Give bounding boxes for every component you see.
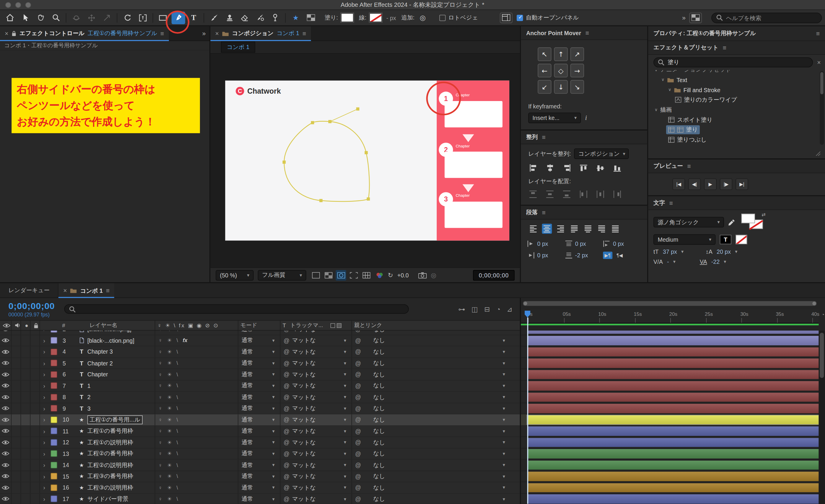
align-right-button[interactable] <box>562 163 572 173</box>
align-vcenter-button[interactable] <box>596 163 606 173</box>
space-before-value[interactable]: 0 px <box>575 240 586 247</box>
layer-solo-toggle[interactable] <box>21 471 30 482</box>
viewer-tab-comp1[interactable]: コンポ 1 <box>221 42 255 53</box>
transparency-grid-icon[interactable] <box>323 270 334 280</box>
layer-matte-dropdown[interactable]: @マットな▾ <box>280 426 351 437</box>
distribute-vert-bottom-button[interactable] <box>562 189 572 199</box>
layer-mode-dropdown[interactable]: 通常▾ <box>238 471 280 482</box>
toggle-switches-icon[interactable] <box>330 323 335 328</box>
font-size-value[interactable]: 37 px <box>663 248 677 255</box>
layer-lock-toggle[interactable] <box>30 335 40 346</box>
layer-switches[interactable]: ♀☀\ <box>155 358 200 369</box>
font-weight-dropdown[interactable]: Medium▾ <box>654 234 716 245</box>
tab-overflow-chevron[interactable]: » <box>202 30 205 37</box>
layer-color-label[interactable] <box>49 358 60 369</box>
preview-panel-header[interactable]: プレビュー≡ <box>648 159 825 173</box>
effects-tree-item[interactable]: ∨描画 <box>648 105 825 115</box>
anchor-move-button[interactable]: ↙ <box>538 80 551 94</box>
layer-matte-dropdown[interactable]: @マットな▾ <box>280 437 351 448</box>
layer-mode-dropdown[interactable]: 通常▾ <box>238 437 280 448</box>
layer-matte-dropdown[interactable]: @マットな▾ <box>280 392 351 403</box>
layer-lock-toggle[interactable] <box>30 448 40 459</box>
time-navigator[interactable] <box>523 301 816 306</box>
layer-audio-toggle[interactable] <box>11 392 21 403</box>
layer-audio-toggle[interactable] <box>11 426 21 437</box>
layer-name[interactable]: 3 <box>87 403 155 414</box>
comp-marker-icon[interactable]: ◔ <box>821 312 824 317</box>
kerning-value[interactable]: - <box>667 259 669 265</box>
layer-audio-toggle[interactable] <box>11 437 21 448</box>
fill-over-stroke-swatch[interactable]: T <box>720 235 731 244</box>
layer-switches[interactable]: ♀☀\ <box>155 392 200 403</box>
anchor-move-button[interactable]: ↓ <box>554 80 568 94</box>
current-timecode[interactable]: 0;00;00;00 <box>9 301 55 311</box>
display-toggle-icon[interactable] <box>310 270 321 280</box>
preview-next-frame-button[interactable]: |▶ <box>720 178 733 190</box>
layer-duration-bar[interactable] <box>521 380 825 391</box>
auto-open-checkbox[interactable] <box>517 14 523 21</box>
layer-row[interactable]: ›3[black-...ction.png]♀☀\fx通常▾@マットな▾@なし▾ <box>0 335 520 346</box>
layer-parent-dropdown[interactable]: @なし▾ <box>351 448 510 459</box>
layer-mode-dropdown[interactable]: 通常▾ <box>238 403 280 414</box>
tab-render-queue[interactable]: レンダーキュー <box>0 283 59 297</box>
align-left-button[interactable] <box>528 163 538 173</box>
zoom-dropdown[interactable]: (50 %)▾ <box>216 270 254 280</box>
layer-parent-dropdown[interactable]: @なし▾ <box>351 494 510 504</box>
layer-mode-dropdown[interactable]: 通常▾ <box>238 494 280 504</box>
layer-audio-toggle[interactable] <box>11 471 21 482</box>
layer-expand-arrow[interactable]: › <box>40 426 49 437</box>
indent-left-value[interactable]: 0 px <box>537 240 548 247</box>
layer-visibility-toggle[interactable] <box>0 482 11 493</box>
layer-matte-dropdown[interactable]: @マットな▾ <box>280 448 351 459</box>
stroke-width-value[interactable]: - px <box>386 14 396 21</box>
layer-duration-bar[interactable] <box>521 448 825 459</box>
layer-parent-dropdown[interactable]: @なし▾ <box>351 358 510 369</box>
layer-row[interactable]: ›6TChapter♀☀\通常▾@マットな▾@なし▾ <box>0 369 520 380</box>
layer-visibility-toggle[interactable] <box>0 471 11 482</box>
layer-matte-dropdown[interactable]: @マットな▾ <box>280 494 351 504</box>
layer-name[interactable]: [black-...tion.png] <box>87 331 155 335</box>
effects-tree-item[interactable]: ∨アニメーションプリセット <box>648 70 825 75</box>
timeline-search-input[interactable] <box>79 305 404 313</box>
panel-menu-icon[interactable]: ≡ <box>302 30 306 37</box>
panel-menu-icon[interactable]: ≡ <box>542 209 546 216</box>
layer-name-column-header[interactable]: レイヤー名 <box>87 320 155 330</box>
layer-matte-dropdown[interactable]: @マットな▾ <box>280 460 351 471</box>
layer-lock-toggle[interactable] <box>30 426 40 437</box>
show-snapshot-icon[interactable]: ◎ <box>431 272 436 279</box>
layer-visibility-toggle[interactable] <box>0 494 11 504</box>
layer-audio-toggle[interactable] <box>11 380 21 391</box>
layer-row[interactable]: ›12★工程①の説明用枠♀☀\通常▾@マットな▾@なし▾ <box>0 437 520 448</box>
fill-color-swatch[interactable] <box>341 13 354 22</box>
layer-solo-toggle[interactable] <box>21 380 30 391</box>
layer-visibility-toggle[interactable] <box>0 358 11 369</box>
layer-lock-toggle[interactable] <box>30 437 40 448</box>
layer-switches[interactable]: ♀☀\ <box>155 471 200 482</box>
layer-row[interactable]: ›8T2♀☀\通常▾@マットな▾@なし▾ <box>0 392 520 403</box>
layer-name[interactable]: 2 <box>87 392 155 403</box>
workspace-icon[interactable] <box>689 12 702 23</box>
layer-solo-toggle[interactable] <box>21 460 30 471</box>
first-line-indent-value[interactable]: 0 px <box>613 240 624 247</box>
layer-solo-toggle[interactable] <box>21 331 30 335</box>
paragraph-just-last-left-button[interactable] <box>569 224 579 234</box>
layer-audio-toggle[interactable] <box>11 331 21 335</box>
anchor-move-button[interactable]: → <box>571 64 584 77</box>
layer-solo-toggle[interactable] <box>21 448 30 459</box>
layer-parent-dropdown[interactable]: @なし▾ <box>351 426 510 437</box>
layer-matte-dropdown[interactable]: @マットな▾ <box>280 335 351 346</box>
paragraph-just-full-button[interactable] <box>610 224 620 234</box>
layer-audio-toggle[interactable] <box>11 414 21 425</box>
anchor-move-button[interactable]: ↘ <box>571 80 584 94</box>
layer-name[interactable]: 1 <box>87 380 155 391</box>
layer-audio-toggle[interactable] <box>11 358 21 369</box>
layer-color-label[interactable] <box>49 380 60 391</box>
paragraph-center-button[interactable] <box>542 224 552 234</box>
tracking-value[interactable]: -22 <box>711 259 720 265</box>
layer-duration-bar[interactable] <box>521 403 825 414</box>
layer-color-label[interactable] <box>49 403 60 414</box>
layer-name[interactable]: 工程①の番号用枠 <box>87 426 155 437</box>
layer-duration-bar[interactable] <box>521 414 825 425</box>
snapshot-icon[interactable] <box>418 272 427 278</box>
layer-expand-arrow[interactable]: › <box>40 437 49 448</box>
